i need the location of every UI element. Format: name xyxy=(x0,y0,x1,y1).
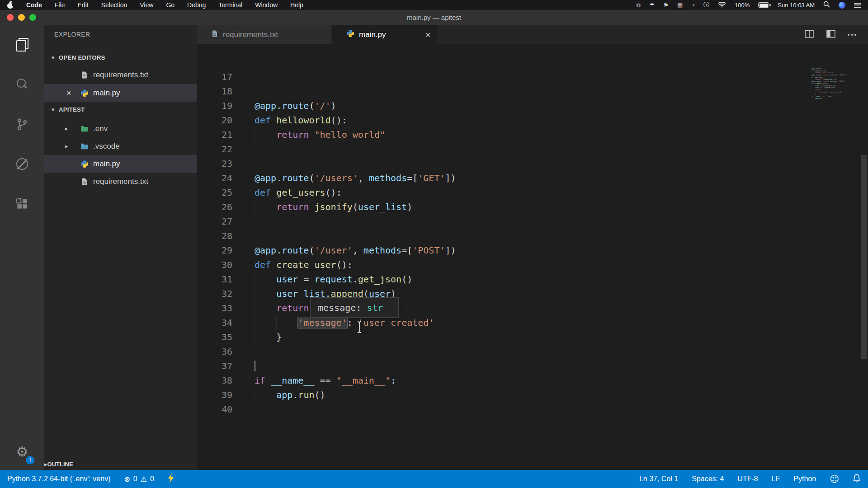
search-icon[interactable] xyxy=(0,65,44,104)
code-line[interactable]: app.run() xyxy=(255,388,326,402)
line-number[interactable]: 29 xyxy=(197,243,232,258)
open-editor-item-requirements[interactable]: requirements.txt xyxy=(44,66,197,84)
siri-icon[interactable] xyxy=(839,2,845,9)
folder-item-vscode[interactable]: ▸ .vscode xyxy=(44,137,197,155)
window-zoom-button[interactable] xyxy=(29,14,36,21)
menu-item-app[interactable]: Code xyxy=(26,1,42,9)
window-close-button[interactable] xyxy=(7,14,14,21)
project-section-header[interactable]: ▾ APITEST xyxy=(44,102,197,117)
file-item-requirements[interactable]: requirements.txt xyxy=(44,173,197,190)
menu-item-terminal[interactable]: Terminal xyxy=(218,1,242,9)
line-number[interactable]: 22 xyxy=(197,142,232,156)
line-number[interactable]: 33 xyxy=(197,301,232,315)
line-number[interactable]: 18 xyxy=(197,84,232,99)
code-line[interactable]: return "hello world" xyxy=(255,127,385,142)
window-minimize-button[interactable] xyxy=(18,14,25,21)
menu-item-help[interactable]: Help xyxy=(290,1,303,9)
encoding-status[interactable]: UTF-8 xyxy=(737,475,758,483)
code-line[interactable]: user = request.get_json() xyxy=(255,272,412,286)
close-icon[interactable]: × xyxy=(64,88,73,98)
line-number[interactable]: 26 xyxy=(197,200,232,214)
python-interpreter-status[interactable]: Python 3.7.2 64-bit ('.env': venv) xyxy=(7,475,110,483)
scrollbar-thumb[interactable] xyxy=(861,155,867,359)
code-editor[interactable]: 1718192021222324252627282930313233343536… xyxy=(197,44,868,470)
problems-indicator[interactable]: ⊗ 0 ⚠ 0 xyxy=(124,475,154,483)
code-line[interactable]: def helloworld(): xyxy=(255,113,347,127)
settings-gear-icon[interactable]: ⚙ 1 xyxy=(0,436,44,467)
extensions-icon[interactable] xyxy=(0,184,44,224)
indentation-status[interactable]: Spaces: 4 xyxy=(692,475,724,483)
eol-status[interactable]: LF xyxy=(772,475,780,483)
menu-item-view[interactable]: View xyxy=(140,1,153,9)
tab-main-py[interactable]: main.py × xyxy=(332,25,437,44)
source-control-icon[interactable] xyxy=(0,104,44,144)
apple-menu-icon[interactable] xyxy=(7,1,14,9)
notifications-bell-icon[interactable] xyxy=(853,474,861,484)
feedback-smiley-icon[interactable]: ☺ xyxy=(830,474,839,484)
spotlight-search-icon[interactable] xyxy=(823,1,830,9)
code-line[interactable]: } xyxy=(255,330,282,344)
menubar-app-icon-5[interactable]: ◔ xyxy=(691,2,695,9)
line-number[interactable]: 38 xyxy=(197,373,232,388)
line-number[interactable]: 28 xyxy=(197,229,232,243)
close-icon[interactable]: × xyxy=(425,29,431,40)
code-line[interactable]: @app.route('/users', methods=['GET']) xyxy=(255,171,456,185)
line-number[interactable]: 35 xyxy=(197,330,232,344)
split-editor-icon[interactable] xyxy=(804,29,814,41)
explorer-icon[interactable] xyxy=(0,25,44,65)
code-line[interactable]: if __name__ == "__main__": xyxy=(255,373,396,388)
line-number[interactable]: 21 xyxy=(197,127,232,142)
menu-item-file[interactable]: File xyxy=(55,1,65,9)
menu-item-debug[interactable]: Debug xyxy=(187,1,206,9)
line-number[interactable]: 20 xyxy=(197,113,232,127)
debug-icon[interactable] xyxy=(0,144,44,184)
line-number[interactable]: 36 xyxy=(197,344,232,359)
more-actions-icon[interactable] xyxy=(848,34,856,36)
menu-item-window[interactable]: Window xyxy=(255,1,278,9)
line-number[interactable]: 31 xyxy=(197,272,232,286)
line-number[interactable]: 40 xyxy=(197,402,232,417)
lightning-icon[interactable] xyxy=(168,473,174,485)
menubar-app-icon-6[interactable]: ⓘ xyxy=(703,1,709,9)
editor-layout-icon[interactable] xyxy=(826,29,836,41)
folder-item-env[interactable]: ▸ .env xyxy=(44,120,197,137)
notification-center-icon[interactable] xyxy=(854,3,861,8)
code-surface[interactable]: @app.route('/')def helloworld(): return … xyxy=(255,44,868,470)
window-titlebar[interactable]: main.py — apitest xyxy=(0,10,868,25)
menubar-app-icon-4[interactable]: ▦ xyxy=(677,2,683,9)
menubar-clock[interactable]: Sun 10:03 AM xyxy=(778,2,815,9)
wifi-icon[interactable] xyxy=(718,1,726,9)
open-editor-item-main-py[interactable]: × main.py xyxy=(44,84,197,102)
menubar-app-icon-2[interactable]: ☂ xyxy=(650,2,655,9)
menu-item-selection[interactable]: Selection xyxy=(101,1,127,9)
code-line[interactable]: return jsonify(user_list) xyxy=(255,200,412,214)
line-number[interactable]: 24 xyxy=(197,171,232,185)
open-editors-header[interactable]: ▾ OPEN EDITORS xyxy=(44,50,197,65)
chevron-down-icon: ▾ xyxy=(52,106,59,113)
language-mode-status[interactable]: Python xyxy=(793,475,816,483)
text-file-icon xyxy=(211,30,218,40)
code-line[interactable]: def get_users(): xyxy=(255,185,342,200)
outline-section-header[interactable]: ▸ OUTLINE xyxy=(44,458,197,470)
cursor-position-status[interactable]: Ln 37, Col 1 xyxy=(639,475,678,483)
line-number[interactable]: 30 xyxy=(197,258,232,272)
file-item-main-py[interactable]: main.py xyxy=(44,155,197,173)
menubar-app-icon-1[interactable]: ⊚ xyxy=(636,2,641,9)
line-number[interactable]: 17 xyxy=(197,70,232,84)
menu-item-edit[interactable]: Edit xyxy=(78,1,89,9)
line-number[interactable]: 32 xyxy=(197,286,232,301)
line-number[interactable]: 19 xyxy=(197,99,232,113)
line-number[interactable]: 25 xyxy=(197,185,232,200)
line-number[interactable]: 34 xyxy=(197,315,232,330)
minimap[interactable]: @app.route('/')def helloworld(): return … xyxy=(811,68,860,203)
line-number[interactable]: 27 xyxy=(197,214,232,229)
code-line[interactable]: @app.route('/user', methods=['POST']) xyxy=(255,243,456,258)
code-line[interactable]: def create_user(): xyxy=(255,258,353,272)
line-number[interactable]: 23 xyxy=(197,156,232,171)
tab-requirements-txt[interactable]: requirements.txt xyxy=(197,25,332,44)
menu-item-go[interactable]: Go xyxy=(166,1,175,9)
menubar-app-icon-3[interactable]: ⚑ xyxy=(663,2,669,9)
battery-icon[interactable] xyxy=(758,2,769,8)
code-line[interactable]: @app.route('/') xyxy=(255,99,336,113)
line-number[interactable]: 39 xyxy=(197,388,232,402)
